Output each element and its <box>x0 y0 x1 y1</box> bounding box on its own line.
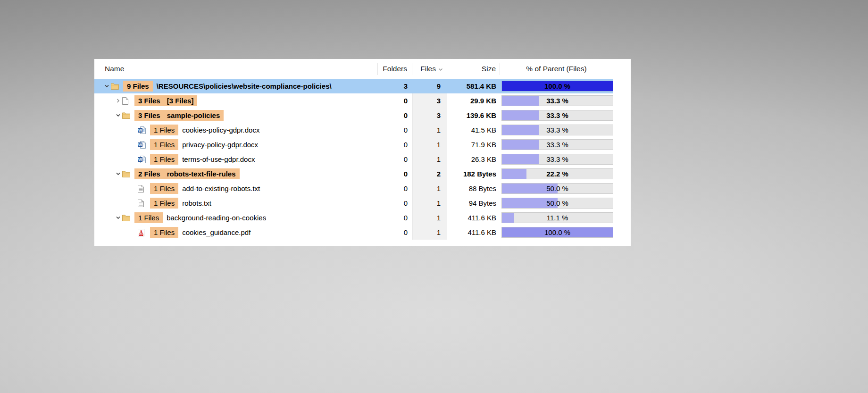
percent-text: 33.3 % <box>502 96 613 106</box>
size-value: 29.9 KB <box>447 97 500 105</box>
files-count: 1 <box>412 210 447 225</box>
table-row[interactable]: 3 Files [3 Files] 0 3 29.9 KB 33.3 % <box>94 93 613 108</box>
percent-text: 33.3 % <box>502 125 613 135</box>
word-document-icon: W <box>138 141 147 149</box>
files-count-label: 1 Files <box>138 214 159 222</box>
name-cell: 1 Files robots.txt <box>94 196 378 210</box>
tree-rows: 9 Files \RESOURCES\policies\website-comp… <box>94 79 613 240</box>
files-count-badge: 1 Files <box>134 212 163 223</box>
percent-text: 100.0 % <box>502 227 613 237</box>
folder-icon <box>111 82 120 90</box>
size-value: 71.9 KB <box>447 141 500 149</box>
percent-text: 22.2 % <box>502 169 613 179</box>
folders-count: 0 <box>378 111 412 119</box>
word-document-icon: W <box>138 126 147 134</box>
column-header-percent[interactable]: % of Parent (Files) <box>500 63 613 75</box>
column-header-files-label: Files <box>420 65 436 73</box>
percent-bar: 22.2 % <box>501 168 613 179</box>
size-value: 26.3 KB <box>447 155 500 163</box>
table-row[interactable]: 3 Files sample-policies 0 3 139.6 KB 33.… <box>94 108 613 123</box>
name-cell: W 1 Files privacy-policy-gdpr.docx <box>94 137 378 152</box>
file-name: add-to-existing-robots.txt <box>182 184 260 192</box>
percent-cell: 33.3 % <box>500 93 613 108</box>
percent-cell: 22.2 % <box>500 167 613 181</box>
percent-text: 50.0 % <box>502 198 613 208</box>
folders-count: 0 <box>378 141 412 149</box>
column-header-size[interactable]: Size <box>447 63 500 75</box>
chevron-right-icon[interactable] <box>114 97 122 105</box>
table-row[interactable]: APDF 1 Files cookies_guidance.pdf 0 1 41… <box>94 225 613 240</box>
files-count-label: 1 Files <box>154 199 175 207</box>
percent-cell: 100.0 % <box>500 225 613 240</box>
svg-text:W: W <box>138 142 142 147</box>
table-row[interactable]: W 1 Files terms-of-use-gdpr.docx 0 1 26.… <box>94 152 613 167</box>
percent-bar: 11.1 % <box>501 212 613 223</box>
percent-text: 11.1 % <box>502 213 613 223</box>
folder-icon <box>122 111 132 119</box>
folders-count: 0 <box>378 155 412 163</box>
table-row[interactable]: 1 Files robots.txt 0 1 94 Bytes 50.0 % <box>94 196 613 210</box>
chevron-down-icon[interactable] <box>114 214 122 222</box>
size-value: 139.6 KB <box>447 111 500 119</box>
name-cell: 2 Files robots-text-file-rules <box>94 167 378 181</box>
column-header-folders[interactable]: Folders <box>378 63 412 75</box>
size-value: 581.4 KB <box>447 82 500 90</box>
table-row[interactable]: 1 Files background-reading-on-cookies 0 … <box>94 210 613 225</box>
percent-bar: 33.3 % <box>501 110 613 121</box>
column-header-row: Name Folders Files Size % of Parent (Fil… <box>94 59 613 79</box>
folder-icon <box>122 170 132 178</box>
files-count-badge: 1 Files <box>150 125 178 135</box>
column-header-name[interactable]: Name <box>94 63 378 75</box>
files-count-badge: 3 Files [3 Files] <box>134 95 197 106</box>
table-row[interactable]: 2 Files robots-text-file-rules 0 2 182 B… <box>94 167 613 181</box>
files-count-label: 1 Files <box>154 184 175 192</box>
chevron-down-icon[interactable] <box>114 111 122 119</box>
svg-text:W: W <box>138 157 142 162</box>
table-row[interactable]: W 1 Files privacy-policy-gdpr.docx 0 1 7… <box>94 137 613 152</box>
percent-bar: 33.3 % <box>501 125 613 135</box>
size-value: 88 Bytes <box>447 184 500 192</box>
expander-chevron-icon <box>130 155 138 163</box>
folders-count: 0 <box>378 214 412 222</box>
file-name: [3 Files] <box>167 97 194 105</box>
chevron-down-icon <box>438 65 443 73</box>
size-value: 411.6 KB <box>447 228 500 236</box>
svg-text:W: W <box>138 128 142 133</box>
percent-cell: 50.0 % <box>500 196 613 210</box>
percent-text: 33.3 % <box>502 154 613 164</box>
files-count: 1 <box>412 181 447 196</box>
files-count-badge: 9 Files <box>123 81 153 92</box>
chevron-down-icon[interactable] <box>103 82 111 90</box>
files-count-badge: 1 Files <box>150 139 178 150</box>
expander-chevron-icon <box>130 141 138 149</box>
files-count: 2 <box>412 167 447 181</box>
file-tree-panel: Name Folders Files Size % of Parent (Fil… <box>94 59 631 246</box>
files-count: 1 <box>412 123 447 137</box>
expander-chevron-icon <box>130 199 138 207</box>
folders-count: 0 <box>378 184 412 192</box>
name-cell: W 1 Files cookies-policy-gdpr.docx <box>94 123 378 137</box>
files-count: 1 <box>412 196 447 210</box>
generic-file-icon <box>122 97 132 105</box>
files-count: 1 <box>412 137 447 152</box>
expander-chevron-icon <box>130 228 138 236</box>
percent-cell: 50.0 % <box>500 181 613 196</box>
percent-cell: 33.3 % <box>500 152 613 167</box>
files-count-label: 3 Files <box>138 111 160 119</box>
chevron-down-icon[interactable] <box>114 170 122 178</box>
files-count-label: 3 Files <box>138 97 160 105</box>
files-count-badge: 1 Files <box>150 154 178 165</box>
percent-cell: 33.3 % <box>500 123 613 137</box>
table-row[interactable]: W 1 Files cookies-policy-gdpr.docx 0 1 4… <box>94 123 613 137</box>
name-cell: 3 Files [3 Files] <box>94 93 378 108</box>
percent-cell: 11.1 % <box>500 210 613 225</box>
column-header-files[interactable]: Files <box>412 63 447 75</box>
size-value: 94 Bytes <box>447 199 500 207</box>
percent-text: 50.0 % <box>502 184 613 193</box>
files-count-badge: 1 Files <box>150 227 178 238</box>
table-row[interactable]: 9 Files \RESOURCES\policies\website-comp… <box>94 79 613 93</box>
table-row[interactable]: 1 Files add-to-existing-robots.txt 0 1 8… <box>94 181 613 196</box>
percent-bar: 33.3 % <box>501 154 613 165</box>
expander-chevron-icon <box>130 126 138 134</box>
files-count-label: 1 Files <box>154 155 175 163</box>
